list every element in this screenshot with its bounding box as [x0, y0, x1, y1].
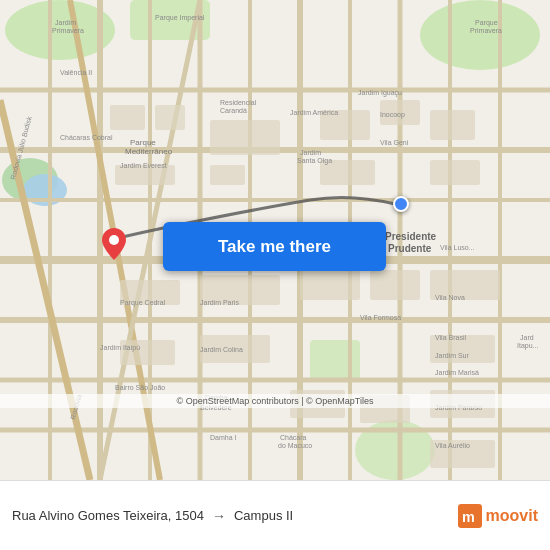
moovit-brand-text: moovit	[486, 507, 538, 525]
svg-text:Parque Cedral: Parque Cedral	[120, 299, 166, 307]
route-destination: Campus II	[234, 508, 293, 523]
svg-text:Jardim Iguaçu: Jardim Iguaçu	[358, 89, 402, 97]
svg-text:Jardim Sur: Jardim Sur	[435, 352, 470, 359]
svg-text:m: m	[462, 508, 475, 524]
svg-text:Jardim Paris: Jardim Paris	[200, 299, 239, 306]
route-arrow: →	[212, 508, 226, 524]
moovit-icon: m	[458, 504, 482, 528]
svg-text:Vila Nova: Vila Nova	[435, 294, 465, 301]
svg-rect-31	[210, 120, 280, 155]
svg-text:Parque Imperial: Parque Imperial	[155, 14, 205, 22]
svg-text:Jardim América: Jardim América	[290, 109, 338, 116]
svg-text:Primavera: Primavera	[470, 27, 502, 34]
svg-rect-29	[155, 105, 185, 130]
destination-marker	[393, 196, 409, 212]
svg-text:do Macuco: do Macuco	[278, 442, 312, 449]
svg-text:Jardim: Jardim	[55, 19, 76, 26]
svg-text:Vila Brasil: Vila Brasil	[435, 334, 466, 341]
svg-text:Jardim: Jardim	[300, 149, 321, 156]
svg-rect-28	[110, 105, 145, 130]
map-container: Jardim Primavera Parque Imperial Valênci…	[0, 0, 550, 480]
svg-text:Chácaras Cobral: Chácaras Cobral	[60, 134, 113, 141]
svg-rect-32	[210, 165, 245, 185]
map-attribution: © OpenStreetMap contributors | © OpenMap…	[0, 394, 550, 408]
origin-marker	[102, 228, 126, 264]
svg-text:Damha I: Damha I	[210, 434, 237, 441]
svg-rect-35	[430, 110, 475, 140]
svg-text:Parque: Parque	[475, 19, 498, 27]
svg-text:Carandá: Carandá	[220, 107, 247, 114]
svg-rect-36	[430, 160, 480, 185]
svg-text:Chácara: Chácara	[280, 434, 307, 441]
svg-text:Bairro São João: Bairro São João	[115, 384, 165, 391]
svg-text:Primavera: Primavera	[52, 27, 84, 34]
svg-text:Vila Aurélio: Vila Aurélio	[435, 442, 470, 449]
svg-point-92	[109, 235, 119, 245]
svg-point-3	[420, 0, 540, 70]
svg-text:Residencial: Residencial	[220, 99, 257, 106]
bottom-bar: Rua Alvino Gomes Teixeira, 1504 → Campus…	[0, 480, 550, 550]
moovit-logo: m moovit	[458, 504, 538, 528]
svg-text:Itapu...: Itapu...	[517, 342, 538, 350]
take-me-there-button[interactable]: Take me there	[163, 222, 386, 271]
svg-rect-41	[370, 270, 420, 300]
svg-text:Vila Formosa: Vila Formosa	[360, 314, 401, 321]
svg-text:Santa Olga: Santa Olga	[297, 157, 332, 165]
route-info: Rua Alvino Gomes Teixeira, 1504 → Campus…	[12, 508, 458, 524]
svg-text:Vila Geni: Vila Geni	[380, 139, 409, 146]
route-origin: Rua Alvino Gomes Teixeira, 1504	[12, 508, 204, 523]
svg-text:Jardim Colina: Jardim Colina	[200, 346, 243, 353]
svg-text:Jardim Itaipú: Jardim Itaipú	[100, 344, 140, 352]
svg-text:Jardim Marisá: Jardim Marisá	[435, 369, 479, 376]
svg-text:Mediterrâneo: Mediterrâneo	[125, 147, 173, 156]
svg-rect-40	[300, 270, 360, 300]
svg-text:Jard: Jard	[520, 334, 534, 341]
svg-text:Prudente: Prudente	[388, 243, 432, 254]
svg-text:Presidente: Presidente	[385, 231, 437, 242]
svg-text:Jardim Everest: Jardim Everest	[120, 162, 167, 169]
svg-text:Inocoop: Inocoop	[380, 111, 405, 119]
svg-text:Valência II: Valência II	[60, 69, 92, 76]
svg-rect-6	[310, 340, 360, 380]
svg-text:Parque: Parque	[130, 138, 156, 147]
svg-text:Vila Luso...: Vila Luso...	[440, 244, 475, 251]
